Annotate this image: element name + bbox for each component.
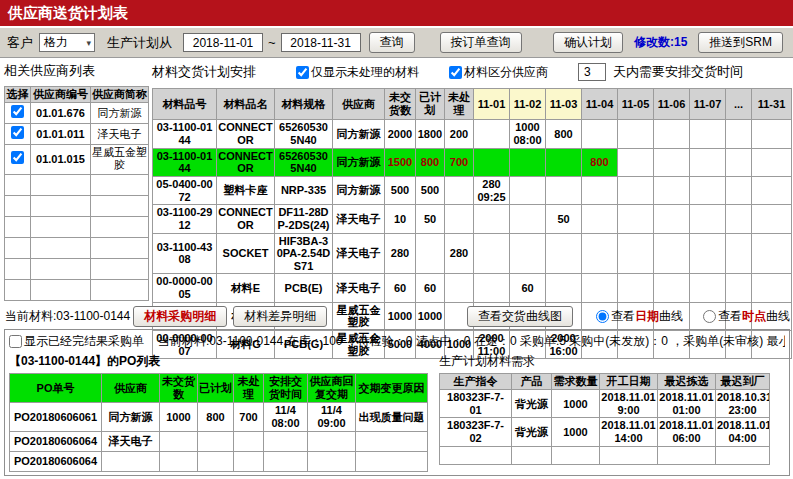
unshipped-qty-cell: 1500 xyxy=(385,148,416,176)
production-demand-title: 生产计划材料需求 xyxy=(439,353,769,370)
supplier-checkbox[interactable] xyxy=(11,126,24,139)
delivery-qty-cell xyxy=(654,148,690,176)
spec-cell: 652605305N40 xyxy=(275,120,333,148)
po-row[interactable]: PO20180606064 xyxy=(10,451,428,471)
current-material-label: 当前材料:03-1100-0144 xyxy=(5,308,130,325)
material-row[interactable]: 05-0400-0072塑料卡座NRP-335同方新源500500280 09:… xyxy=(153,176,792,204)
customer-select[interactable]: 格力 ▾ xyxy=(39,33,95,52)
work-order-cell: 180323F-7-01 xyxy=(440,390,512,418)
production-row[interactable]: 180323F-7-01背光源10002018.11.01 9:002018.1… xyxy=(440,390,770,418)
delivery-qty-cell xyxy=(546,233,582,274)
column-header: 选择 xyxy=(5,87,31,103)
checkbox-icon[interactable] xyxy=(449,66,462,79)
delivery-qty-cell xyxy=(474,233,510,274)
supplier-cell: 同方新源 xyxy=(333,148,385,176)
radio-text: 查看 xyxy=(718,308,742,325)
column-header: PO单号 xyxy=(10,374,102,403)
production-header-row: 生产指令产品需求数量开工日期最迟拣选最迟到厂 xyxy=(440,374,770,390)
empty-cell xyxy=(5,279,31,300)
column-header: 供应商简称 xyxy=(91,87,149,103)
view-timepoint-curve-radio[interactable]: 查看时点曲线 xyxy=(703,308,790,325)
material-row[interactable]: 03-1100-2912CONNECTORDF11-28DP-2DS(24)泽天… xyxy=(153,205,792,233)
column-header: 未交货数 xyxy=(385,89,416,120)
production-demand-panel: 生产计划材料需求 生产指令产品需求数量开工日期最迟拣选最迟到厂180323F-7… xyxy=(439,351,769,472)
supplier-reply-time-cell: 11/4 09:00 xyxy=(308,403,356,431)
date-from-input[interactable] xyxy=(183,33,263,52)
show-closed-po-label: 显示已经完结果采购单 xyxy=(24,333,144,350)
view-date-curve-radio[interactable]: 查看日期曲线 xyxy=(596,308,683,325)
radio-icon[interactable] xyxy=(596,310,609,323)
supplier-row[interactable]: 01.01.015星威五金塑胶 xyxy=(5,145,149,174)
radio-icon[interactable] xyxy=(703,310,716,323)
supplier-row[interactable]: 01.01.011泽天电子 xyxy=(5,124,149,145)
start-date-cell: 2018.11.01 9:00 xyxy=(600,390,658,418)
date-column-header: 11-02 xyxy=(510,89,546,120)
supplier-empty-row xyxy=(5,237,149,258)
pending-qty-cell xyxy=(445,205,474,233)
supplier-checkbox[interactable] xyxy=(11,151,24,164)
po-row[interactable]: PO20180606061同方新源100080070011/4 08:0011/… xyxy=(10,403,428,431)
production-row[interactable] xyxy=(440,446,770,464)
supplier-cell: 泽天电子 xyxy=(102,431,160,451)
delivery-qty-cell xyxy=(582,176,618,204)
product-cell: 背光源 xyxy=(512,390,552,418)
delivery-qty-cell xyxy=(726,176,752,204)
column-header: 供应商 xyxy=(333,89,385,120)
date-to-input[interactable] xyxy=(281,33,361,52)
confirm-plan-button[interactable]: 确认计划 xyxy=(553,32,623,53)
delivery-qty-cell xyxy=(752,274,792,302)
column-header: 未交货数 xyxy=(160,374,198,403)
column-header: 最迟拣选 xyxy=(658,374,716,390)
material-row[interactable]: 03-1100-4308SOCKETHIF3BA-30PA-2.54DS71泽天… xyxy=(153,233,792,274)
unshipped-qty-cell: 60 xyxy=(385,274,416,302)
only-unprocessed-checkbox[interactable]: 仅显示未处理的材料 xyxy=(296,64,419,81)
change-reason-cell xyxy=(356,431,428,451)
supplier-row[interactable]: 01.01.676同方新源 xyxy=(5,103,149,124)
item-code-cell: 05-0400-0072 xyxy=(153,176,217,204)
supplier-empty-row xyxy=(5,279,149,300)
column-header: 已计划 xyxy=(416,89,445,120)
po-number-cell: PO20180606064 xyxy=(10,451,102,471)
delivery-qty-cell xyxy=(752,120,792,148)
empty-cell xyxy=(91,174,149,195)
query-by-order-button[interactable]: 按订单查询 xyxy=(440,32,522,53)
supplier-select-cell xyxy=(5,103,31,124)
push-to-srm-button[interactable]: 推送到SRM xyxy=(698,32,783,53)
delivery-qty-cell: 800 xyxy=(546,120,582,148)
date-column-header: 11-05 xyxy=(618,89,654,120)
days-ahead-input[interactable] xyxy=(578,63,606,81)
radio-text-highlight: 时点 xyxy=(742,308,766,325)
planned-qty-cell xyxy=(416,233,445,274)
item-name-cell: 塑料卡座 xyxy=(217,176,275,204)
material-purchase-detail-button[interactable]: 材料采购明细 xyxy=(133,306,227,327)
query-button[interactable]: 查询 xyxy=(369,32,415,53)
material-row[interactable]: 00-0000-0005材料EPCB(E)泽天电子606060 xyxy=(153,274,792,302)
delivery-qty-cell xyxy=(690,120,726,148)
material-row[interactable]: 03-1100-0144CONNECTOR652605305N40同方新源150… xyxy=(153,148,792,176)
checkbox-icon[interactable] xyxy=(296,66,309,79)
column-header: 安排交货时间 xyxy=(264,374,308,403)
item-name-cell: CONNECTOR xyxy=(217,120,275,148)
delivery-qty-cell xyxy=(690,233,726,274)
column-header: 开工日期 xyxy=(600,374,658,390)
show-closed-po-checkbox[interactable]: 显示已经完结果采购单 xyxy=(9,333,144,350)
date-column-header: 11-31 xyxy=(752,89,792,120)
start-date-cell xyxy=(600,446,658,464)
spec-cell: HIF3BA-30PA-2.54DS71 xyxy=(275,233,333,274)
supplier-reply-time-cell xyxy=(308,431,356,451)
supplier-select-cell xyxy=(5,145,31,174)
date-column-header: 11-03 xyxy=(546,89,582,120)
po-row[interactable]: PO20180606064泽天电子 xyxy=(10,431,428,451)
view-delivery-curve-button[interactable]: 查看交货曲线图 xyxy=(467,306,573,327)
material-diff-detail-button[interactable]: 材料差异明细 xyxy=(233,306,327,327)
item-code-cell: 03-1100-2912 xyxy=(153,205,217,233)
item-code-cell: 03-1100-0144 xyxy=(153,148,217,176)
production-row[interactable]: 180323F-7-02背光源10002018.11.01 14:002018.… xyxy=(440,418,770,446)
material-row[interactable]: 03-1100-0144CONNECTOR652605305N40同方新源200… xyxy=(153,120,792,148)
checkbox-icon[interactable] xyxy=(9,335,22,348)
delivery-qty-cell xyxy=(690,176,726,204)
split-supplier-checkbox[interactable]: 材料区分供应商 xyxy=(449,64,548,81)
schedule-header-row: 材料品号材料品名材料规格供应商未交货数已计划未处理11-0111-0211-03… xyxy=(153,89,792,120)
supplier-checkbox[interactable] xyxy=(11,105,24,118)
toolbar: 客户 格力 ▾ 生产计划从 ~ 查询 按订单查询 确认计划 修改数:15 推送到… xyxy=(0,28,793,58)
